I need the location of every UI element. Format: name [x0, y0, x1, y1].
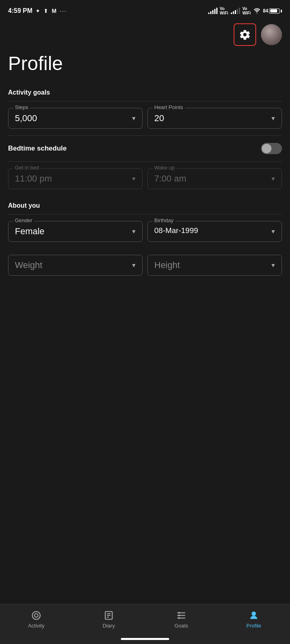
heart-points-arrow-icon: ▼ — [270, 115, 276, 122]
heart-points-dropdown[interactable]: Heart Points 20 ▼ — [147, 108, 282, 129]
height-placeholder: Height — [154, 258, 180, 270]
bedtime-toggle[interactable] — [261, 143, 282, 154]
birthday-value: 08-Mar-1999 — [154, 225, 198, 235]
get-in-bed-label: Get in bed — [13, 165, 41, 171]
wake-up-value: 7:00 am — [154, 172, 186, 184]
wake-up-dropdown[interactable]: Wake up 7:00 am ▼ — [147, 168, 282, 189]
toggle-knob — [262, 144, 271, 153]
birthday-label: Birthday — [153, 217, 175, 223]
battery-indicator: 84 — [263, 8, 282, 14]
status-left: 4:59 PM ✦ ⬆ M ··· — [8, 7, 67, 14]
about-you-header: About you — [0, 196, 290, 214]
get-in-bed-arrow-icon: ▼ — [131, 175, 137, 182]
nav-item-diary[interactable]: Diary — [72, 610, 145, 629]
bedtime-fields: Get in bed 11:00 pm ▼ Wake up 7:00 am ▼ — [0, 162, 290, 196]
nav-item-goals[interactable]: Goals — [145, 610, 218, 629]
profile-icon — [248, 610, 259, 621]
activity-goals-header: Activity goals — [0, 83, 290, 101]
status-icon-hash: ✦ — [35, 8, 40, 14]
user-avatar[interactable] — [261, 24, 282, 45]
get-in-bed-dropdown[interactable]: Get in bed 11:00 pm ▼ — [8, 168, 143, 189]
goals-icon — [176, 610, 187, 621]
about-you-fields-1: Gender Female ▼ Birthday 08-Mar-1999 ▼ — [0, 215, 290, 248]
home-indicator — [121, 638, 169, 640]
gender-dropdown[interactable]: Gender Female ▼ — [8, 221, 143, 242]
svg-point-0 — [32, 611, 40, 619]
svg-point-10 — [178, 615, 180, 616]
wifi-icon — [253, 8, 261, 14]
battery-level: 84 — [263, 8, 268, 14]
status-time: 4:59 PM — [8, 7, 32, 14]
svg-point-1 — [35, 614, 38, 617]
birthday-dropdown[interactable]: Birthday 08-Mar-1999 ▼ — [147, 221, 282, 242]
height-arrow-icon: ▼ — [270, 262, 276, 268]
height-dropdown[interactable]: Height ▼ — [147, 255, 282, 276]
heart-points-label: Heart Points — [153, 104, 185, 110]
avatar-image — [261, 24, 282, 45]
status-bar: 4:59 PM ✦ ⬆ M ··· VoWiFi VoWiFi — [0, 0, 290, 20]
signal-bars-2 — [231, 8, 240, 14]
nav-item-profile[interactable]: Profile — [218, 610, 290, 629]
about-you-fields-2: Weight ▼ Height ▼ — [0, 248, 290, 282]
nav-label-profile: Profile — [246, 623, 261, 629]
page-title: Profile — [0, 49, 290, 83]
heart-points-value: 20 — [154, 111, 164, 123]
wake-up-label: Wake up — [153, 165, 176, 171]
status-icon-more: ··· — [60, 8, 67, 14]
signal-bars-1 — [208, 8, 218, 14]
svg-point-12 — [252, 612, 256, 615]
wake-up-arrow-icon: ▼ — [270, 175, 276, 182]
settings-button[interactable] — [234, 23, 256, 46]
steps-arrow-icon: ▼ — [131, 115, 137, 122]
vo-wifi-label-1: VoWiFi — [220, 6, 228, 15]
bedtime-schedule-label: Bedtime schedule — [8, 144, 67, 153]
nav-label-goals: Goals — [174, 623, 188, 629]
gender-arrow-icon: ▼ — [131, 228, 137, 235]
vo-wifi-label-2: VoWiFi — [242, 6, 251, 15]
svg-point-11 — [178, 617, 180, 619]
bedtime-schedule-row: Bedtime schedule — [0, 136, 290, 161]
steps-value: 5,000 — [15, 111, 37, 123]
status-icon-upload: ⬆ — [44, 8, 48, 14]
activity-goals-fields: Steps 5,000 ▼ Heart Points 20 ▼ — [0, 101, 290, 135]
top-bar — [0, 20, 290, 49]
nav-item-activity[interactable]: Activity — [0, 610, 72, 629]
status-icon-mail: M — [52, 8, 56, 14]
activity-icon — [31, 610, 42, 621]
steps-dropdown[interactable]: Steps 5,000 ▼ — [8, 108, 143, 129]
weight-dropdown[interactable]: Weight ▼ — [8, 255, 143, 276]
gender-value: Female — [15, 225, 44, 236]
gear-icon — [239, 29, 251, 41]
diary-icon — [103, 610, 114, 621]
nav-label-diary: Diary — [103, 623, 115, 629]
svg-point-9 — [178, 612, 180, 613]
weight-placeholder: Weight — [15, 258, 42, 270]
status-right: VoWiFi VoWiFi 84 — [208, 6, 282, 15]
nav-label-activity: Activity — [28, 623, 44, 629]
get-in-bed-value: 11:00 pm — [15, 172, 52, 184]
weight-arrow-icon: ▼ — [131, 262, 137, 268]
steps-label: Steps — [13, 104, 30, 110]
gender-label: Gender — [13, 217, 34, 223]
birthday-arrow-icon: ▼ — [270, 228, 276, 235]
